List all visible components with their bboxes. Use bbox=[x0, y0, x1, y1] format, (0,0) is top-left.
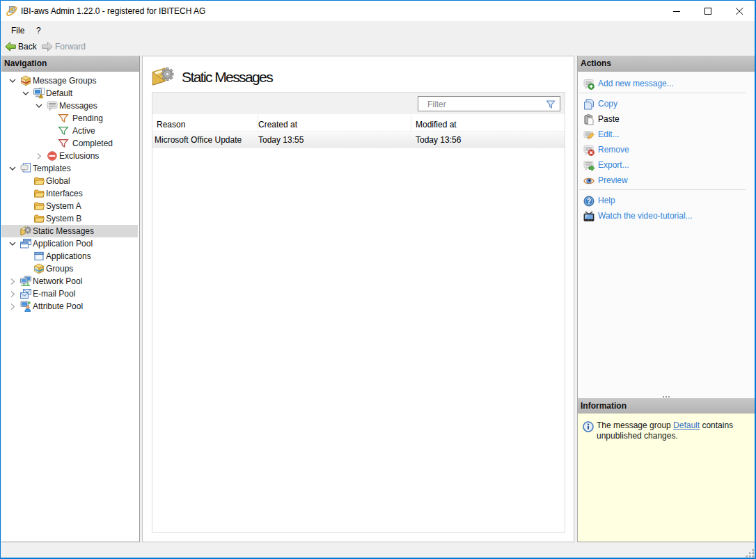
svg-text:?: ? bbox=[587, 197, 591, 205]
